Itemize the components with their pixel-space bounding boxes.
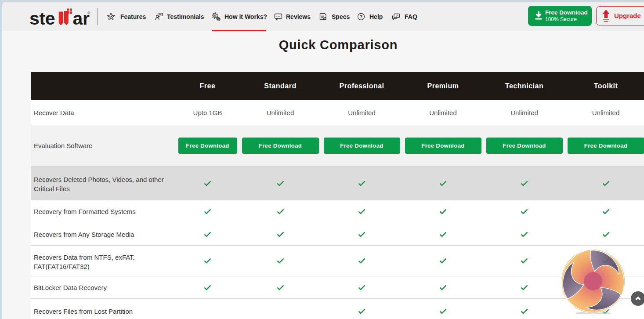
svg-text:ste: ste: [29, 8, 55, 28]
svg-text:?: ?: [396, 14, 398, 18]
svg-text:®: ®: [87, 11, 90, 15]
svg-text:?: ?: [360, 14, 362, 19]
